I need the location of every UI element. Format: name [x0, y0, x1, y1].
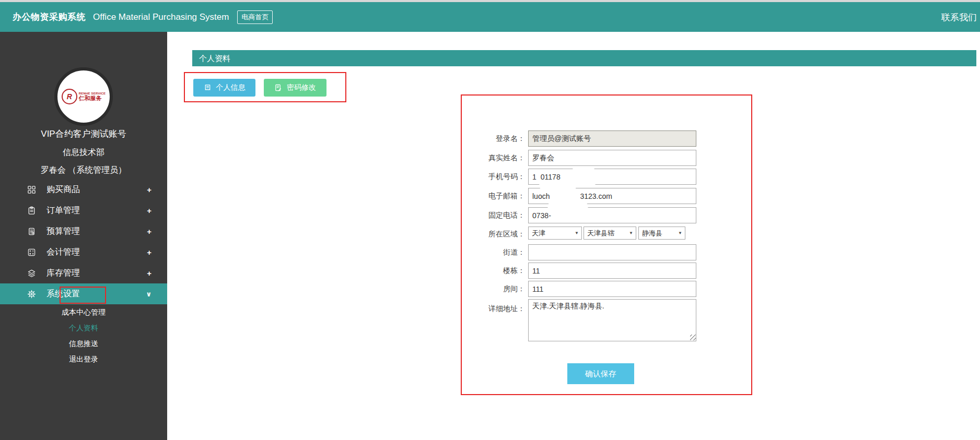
department-name: 信息技术部 [0, 147, 167, 158]
calculator-icon [27, 248, 36, 257]
sidebar-item-budget-management[interactable]: 预算管理 + [0, 221, 167, 242]
sidebar: R RENHE SERVICE 仁和服务 VIP合约客户测试账号 信息技术部 罗… [0, 32, 167, 440]
dropdown-arrow-icon: ▼ [678, 231, 682, 235]
app-header: 办公物资采购系统 Office Material Purchasing Syst… [0, 2, 980, 32]
dropdown-arrow-icon: ▼ [575, 231, 579, 235]
contact-us-link[interactable]: 联系我们 [941, 11, 977, 23]
submenu-item-personal-profile[interactable]: 个人资料 [0, 320, 167, 336]
tab-label: 个人信息 [216, 83, 246, 92]
company-logo: R RENHE SERVICE 仁和服务 [54, 67, 113, 126]
layers-icon [27, 269, 36, 278]
sidebar-item-label: 预算管理 [46, 226, 80, 237]
field-label-building: 楼栋： [441, 266, 525, 276]
logo-text: RENHE SERVICE 仁和服务 [79, 92, 106, 102]
app-title-cn: 办公物资采购系统 [13, 11, 86, 23]
expand-plus-icon: + [147, 206, 151, 215]
sidebar-item-label: 库存管理 [46, 268, 80, 279]
user-role-line: 罗春会 （系统管理员） [0, 165, 167, 176]
field-label-real-name: 真实姓名： [441, 153, 525, 163]
landline-fragment: 0738- [532, 211, 551, 220]
profile-doc-icon [204, 84, 212, 92]
logo-seal-icon: R [62, 89, 77, 104]
field-label-mobile: 手机号码： [441, 172, 525, 182]
app-title-en: Office Material Purchasing System [93, 12, 229, 22]
sidebar-item-order-management[interactable]: 订单管理 + [0, 200, 167, 221]
field-label-region: 所在区域： [441, 230, 525, 239]
sidebar-menu: 购买商品 + 订单管理 + 预算管理 + [0, 179, 167, 304]
expand-plus-icon: + [147, 227, 151, 236]
building-input[interactable] [528, 263, 696, 279]
clipboard-icon [27, 206, 36, 215]
room-input[interactable] [528, 281, 696, 297]
province-select[interactable]: 天津 ▼ [528, 227, 582, 240]
email-fragment: 3123.com [580, 192, 612, 200]
sidebar-item-buy-goods[interactable]: 购买商品 + [0, 179, 167, 200]
expand-plus-icon: + [147, 248, 151, 257]
field-label-login-name: 登录名： [441, 134, 525, 144]
field-label-landline: 固定电话： [441, 211, 525, 220]
redaction-smudge [555, 209, 585, 222]
confirm-save-button[interactable]: 确认保存 [567, 363, 634, 384]
field-label-email: 电子邮箱： [441, 192, 525, 201]
sidebar-item-label: 订单管理 [46, 205, 80, 216]
page-title: 个人资料 [199, 50, 230, 66]
expand-plus-icon: + [147, 269, 151, 278]
edit-doc-icon [274, 84, 282, 92]
tab-password-change[interactable]: 密码修改 [264, 79, 326, 97]
real-name-input[interactable] [528, 150, 696, 166]
textarea-resize-handle[interactable] [690, 335, 696, 340]
receipt-icon [27, 227, 36, 236]
dropdown-arrow-icon: ▼ [629, 231, 633, 235]
email-fragment: luoch [532, 192, 550, 200]
sidebar-item-accounting-management[interactable]: 会计管理 + [0, 242, 167, 263]
gear-icon [27, 290, 36, 299]
field-label-room: 房间： [441, 284, 525, 294]
app-window: 办公物资采购系统 Office Material Purchasing Syst… [0, 0, 980, 440]
submenu-item-message-push[interactable]: 信息推送 [0, 336, 167, 351]
street-input[interactable] [528, 244, 696, 260]
mobile-fragment: 1 [532, 173, 536, 181]
mall-home-button[interactable]: 电商首页 [237, 10, 273, 24]
field-label-detail-address: 详细地址： [441, 304, 525, 314]
sidebar-item-label: 系统设置 [46, 289, 80, 300]
field-label-street: 街道： [441, 248, 525, 257]
system-settings-submenu: 成本中心管理 个人资料 信息推送 退出登录 [0, 304, 167, 367]
sidebar-item-system-settings[interactable]: 系统设置 ∨ [0, 283, 167, 304]
logo-text-en: RENHE SERVICE [79, 92, 106, 96]
tab-label: 密码修改 [287, 83, 316, 92]
account-name: VIP合约客户测试账号 [0, 128, 167, 140]
sidebar-item-inventory-management[interactable]: 库存管理 + [0, 263, 167, 283]
city-select[interactable]: 天津县辖 ▼ [584, 227, 636, 240]
district-select[interactable]: 静海县 ▼ [638, 227, 685, 240]
expand-plus-icon: + [147, 185, 151, 194]
detail-address-textarea[interactable]: 天津.天津县辖.静海县. [528, 299, 696, 341]
grid-icon [27, 185, 36, 194]
tab-personal-info[interactable]: 个人信息 [193, 79, 255, 97]
sidebar-item-label: 会计管理 [46, 247, 80, 258]
submenu-item-cost-center[interactable]: 成本中心管理 [0, 304, 167, 320]
province-select-value: 天津 [532, 229, 545, 238]
sidebar-item-label: 购买商品 [46, 184, 80, 195]
login-name-input[interactable] [528, 130, 696, 147]
logo-text-cn: 仁和服务 [79, 95, 106, 101]
city-select-value: 天津县辖 [587, 229, 614, 238]
chevron-down-icon: ∨ [146, 290, 151, 298]
submenu-item-logout[interactable]: 退出登录 [0, 351, 167, 367]
page-title-bar: 个人资料 [192, 50, 976, 66]
district-select-value: 静海县 [642, 229, 662, 238]
